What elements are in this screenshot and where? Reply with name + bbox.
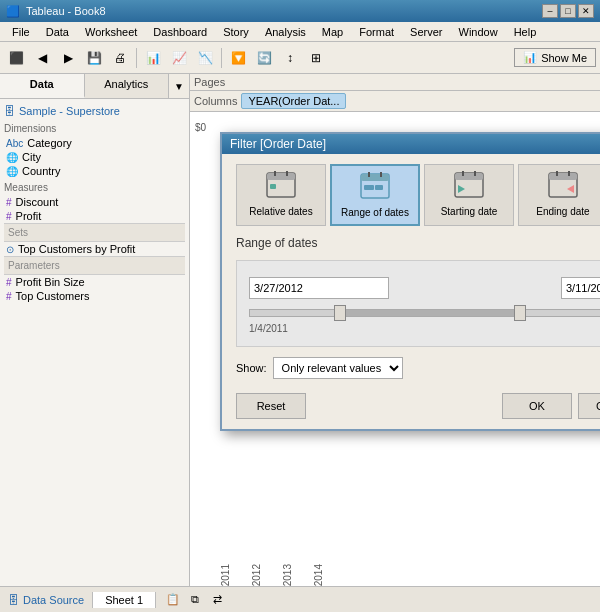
dialog-title: Filter [Order Date] [230,137,326,151]
dialog-overlay: Filter [Order Date] ✕ [190,112,600,586]
menu-story[interactable]: Story [215,24,257,40]
sheet1-tab[interactable]: Sheet 1 [93,592,156,608]
field-discount[interactable]: # Discount [4,195,185,209]
filter-tab-relative[interactable]: Relative dates [236,164,326,226]
tab-data[interactable]: Data [0,74,85,98]
forward-button[interactable]: ▶ [56,46,80,70]
top-customers-param-label: Top Customers [16,290,90,302]
data-source-tab[interactable]: 🗄 Data Source [0,592,93,608]
columns-label: Columns [194,95,237,107]
filter-tab-starting[interactable]: Starting date [424,164,514,226]
menu-help[interactable]: Help [506,24,545,40]
field-category[interactable]: Abc Category [4,136,185,150]
tab-analytics[interactable]: Analytics [85,74,170,98]
back-button[interactable]: ◀ [30,46,54,70]
menu-map[interactable]: Map [314,24,351,40]
relative-tab-label: Relative dates [249,206,312,217]
panel-options-btn[interactable]: ▼ [169,74,189,98]
ok-button[interactable]: OK [502,393,572,419]
filter-tab-range[interactable]: Range of dates [330,164,420,226]
svg-rect-10 [375,185,383,190]
show-select[interactable]: Only relevant values All values At least… [273,357,403,379]
data-source-item[interactable]: 🗄 Sample - Superstore [4,103,185,119]
duplicate-sheet-button[interactable]: ⧉ [186,591,204,609]
field-city[interactable]: 🌐 City [4,150,185,164]
menu-file[interactable]: File [4,24,38,40]
top-customers-label: Top Customers by Profit [18,243,135,255]
group-btn[interactable]: ⊞ [304,46,328,70]
window-title: Tableau - Book8 [26,5,106,17]
dialog-body: Relative dates [222,154,600,429]
dialog-buttons: Reset OK Cancel Apply [236,389,600,419]
slider-thumb-left[interactable] [334,305,346,321]
year-pill[interactable]: YEAR(Order Dat... [241,93,346,109]
ending-tab-icon [547,171,579,204]
field-profit[interactable]: # Profit [4,209,185,223]
field-icon-discount: # [6,197,12,208]
data-source-label: Data Source [23,594,84,606]
minimize-button[interactable]: – [542,4,558,18]
data-source-icon: 🗄 [8,594,19,606]
chart-btn3[interactable]: 📉 [193,46,217,70]
field-top-customers-param[interactable]: # Top Customers [4,289,185,303]
starting-tab-icon [453,171,485,204]
show-me-button[interactable]: 📊 Show Me [514,48,596,67]
reset-button[interactable]: Reset [236,393,306,419]
source-label: Sample - Superstore [19,105,120,117]
field-profit-bin[interactable]: # Profit Bin Size [4,275,185,289]
sort-btn[interactable]: ↕ [278,46,302,70]
pages-label: Pages [194,76,225,88]
menu-format[interactable]: Format [351,24,402,40]
new-button[interactable]: ⬛ [4,46,28,70]
menu-server[interactable]: Server [402,24,450,40]
panel-tabs: Data Analytics ▼ [0,74,189,99]
add-sheet-button[interactable]: 📋 [164,591,182,609]
save-button[interactable]: 💾 [82,46,106,70]
filter-btn[interactable]: 🔽 [226,46,250,70]
svg-rect-1 [267,173,295,180]
menu-worksheet[interactable]: Worksheet [77,24,145,40]
range-of-dates-label: Range of dates [236,236,600,250]
svg-rect-12 [455,173,483,180]
slider-track [249,309,600,317]
bottom-icons: 📋 ⧉ ⇄ [156,591,234,609]
field-country[interactable]: 🌐 Country [4,164,185,178]
menu-dashboard[interactable]: Dashboard [145,24,215,40]
cancel-button[interactable]: Cancel [578,393,600,419]
field-icon-top-customers: ⊙ [6,244,14,255]
sheet1-label: Sheet 1 [105,594,143,606]
parameters-header: Parameters [4,256,185,275]
refresh-btn[interactable]: 🔄 [252,46,276,70]
svg-rect-4 [270,184,276,189]
relative-tab-icon [265,171,297,204]
bottom-bar: 🗄 Data Source Sheet 1 📋 ⧉ ⇄ [0,586,600,612]
toolbar-sep1 [136,48,137,68]
svg-marker-15 [458,185,465,193]
menu-window[interactable]: Window [451,24,506,40]
slider-thumb-right[interactable] [514,305,526,321]
profit-bin-label: Profit Bin Size [16,276,85,288]
toolbar: ⬛ ◀ ▶ 💾 🖨 📊 📈 📉 🔽 🔄 ↕ ⊞ 📊 Show Me [0,42,600,74]
maximize-button[interactable]: □ [560,4,576,18]
date-start-input[interactable] [249,277,389,299]
chart-btn1[interactable]: 📊 [141,46,165,70]
sets-header: Sets [4,223,185,242]
canvas-area: $0 2011 2012 2013 2014 Filter [Order Dat… [190,112,600,586]
field-top-customers[interactable]: ⊙ Top Customers by Profit [4,242,185,256]
analytics-label: Analytics [104,78,148,90]
panel-content: 🗄 Sample - Superstore Dimensions Abc Cat… [0,99,189,586]
svg-marker-20 [567,185,574,193]
menu-analysis[interactable]: Analysis [257,24,314,40]
shelf-columns: Columns YEAR(Order Dat... [190,91,600,112]
print-button[interactable]: 🖨 [108,46,132,70]
filter-tabs: Relative dates [236,164,600,226]
filter-tab-ending[interactable]: Ending date [518,164,600,226]
swap-button[interactable]: ⇄ [208,591,226,609]
right-area: Pages Columns YEAR(Order Dat... $0 2011 … [190,74,600,586]
date-end-input[interactable] [561,277,600,299]
chart-btn2[interactable]: 📈 [167,46,191,70]
menu-data[interactable]: Data [38,24,77,40]
field-icon-profit: # [6,211,12,222]
close-button[interactable]: ✕ [578,4,594,18]
date-inputs-row [249,277,600,299]
